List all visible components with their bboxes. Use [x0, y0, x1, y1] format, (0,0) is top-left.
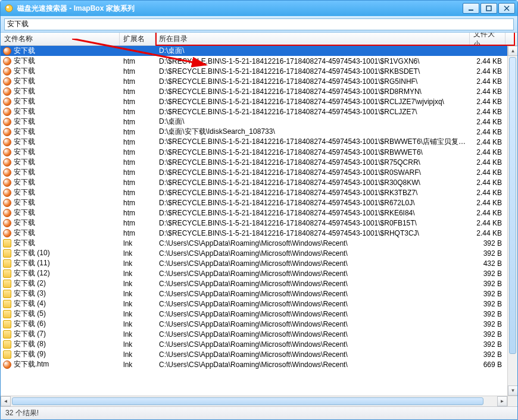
table-row[interactable]: 安下载D:\桌面\20	[1, 46, 517, 56]
table-row[interactable]: 安下载htmD:\$RECYCLE.BIN\S-1-5-21-18412216-…	[1, 228, 517, 238]
horizontal-scrollbar[interactable]: ◄ ►	[1, 396, 507, 406]
html-file-icon	[3, 229, 11, 237]
file-size: 392 B	[470, 330, 505, 338]
table-row[interactable]: 安下载lnkC:\Users\CS\AppData\Roaming\Micros…	[1, 238, 517, 248]
table-row[interactable]: 安下载htmD:\$RECYCLE.BIN\S-1-5-21-18412216-…	[1, 76, 517, 86]
maximize-button[interactable]	[480, 3, 497, 14]
file-name: 安下载 (9)	[14, 349, 46, 359]
table-row[interactable]: 安下载htmD:\桌面\2.44 KB20	[1, 117, 517, 127]
table-row[interactable]: 安下载htmD:\$RECYCLE.BIN\S-1-5-21-18412216-…	[1, 66, 517, 76]
close-button[interactable]	[498, 3, 515, 14]
file-ext: lnk	[120, 350, 155, 359]
table-row[interactable]: 安下载htmD:\$RECYCLE.BIN\S-1-5-21-18412216-…	[1, 86, 517, 96]
table-row[interactable]: 安下载htmD:\$RECYCLE.BIN\S-1-5-21-18412216-…	[1, 147, 517, 157]
table-row[interactable]: 安下载 (11)lnkC:\Users\CS\AppData\Roaming\M…	[1, 258, 517, 268]
file-size: 392 B	[470, 249, 505, 258]
file-size: 2.44 KB	[470, 178, 505, 187]
folder-icon	[3, 239, 11, 247]
file-name: 安下载	[14, 86, 35, 96]
file-size: 392 B	[470, 239, 505, 247]
file-size: 2.44 KB	[470, 219, 505, 227]
table-row[interactable]: 安下载 (3)lnkC:\Users\CS\AppData\Roaming\Mi…	[1, 289, 517, 299]
table-row[interactable]: 安下载htmD:\$RECYCLE.BIN\S-1-5-21-18412216-…	[1, 106, 517, 117]
header-directory[interactable]: 所在目录	[155, 33, 470, 45]
file-dir: C:\Users\CS\AppData\Roaming\Microsoft\Wi…	[155, 330, 470, 338]
table-row[interactable]: 安下载 (2)lnkC:\Users\CS\AppData\Roaming\Mi…	[1, 278, 517, 289]
table-row[interactable]: 安下载htmD:\桌面\安下载\IdiskSearch_108733\2.44 …	[1, 127, 517, 137]
table-row[interactable]: 安下载 (4)lnkC:\Users\CS\AppData\Roaming\Mi…	[1, 299, 517, 309]
html-file-icon	[3, 98, 11, 106]
table-row[interactable]: 安下载 (9)lnkC:\Users\CS\AppData\Roaming\Mi…	[1, 349, 517, 359]
header-date[interactable]	[505, 33, 517, 45]
header-extension[interactable]: 扩展名	[120, 33, 155, 45]
header-filesize[interactable]: 文件大小	[470, 33, 505, 45]
vertical-scroll-thumb[interactable]	[509, 57, 516, 354]
table-row[interactable]: 安下载htmD:\$RECYCLE.BIN\S-1-5-21-18412216-…	[1, 56, 517, 66]
status-text: 32 个结果!	[5, 408, 39, 418]
folder-icon	[3, 300, 11, 308]
file-dir: D:\$RECYCLE.BIN\S-1-5-21-18412216-171840…	[155, 108, 470, 116]
file-dir: D:\桌面\	[155, 46, 470, 56]
file-dir: D:\$RECYCLE.BIN\S-1-5-21-18412216-171840…	[155, 158, 470, 167]
file-ext: lnk	[120, 310, 155, 318]
file-name: 安下载	[14, 117, 35, 127]
table-row[interactable]: 安下载 (12)lnkC:\Users\CS\AppData\Roaming\M…	[1, 268, 517, 278]
file-name: 安下载 (4)	[14, 299, 46, 309]
file-name: 安下载 (12)	[14, 268, 50, 278]
file-dir: D:\$RECYCLE.BIN\S-1-5-21-18412216-171840…	[155, 229, 470, 237]
table-row[interactable]: 安下载 (7)lnkC:\Users\CS\AppData\Roaming\Mi…	[1, 329, 517, 339]
minimize-button[interactable]	[463, 3, 479, 14]
file-dir: C:\Users\CS\AppData\Roaming\Microsoft\Wi…	[155, 340, 470, 349]
file-name: 安下载 (8)	[14, 339, 46, 349]
scroll-left-button[interactable]: ◄	[1, 396, 11, 406]
titlebar[interactable]: 磁盘光速搜索器 - ImapBox 家族系列	[1, 1, 517, 16]
file-dir: C:\Users\CS\AppData\Roaming\Microsoft\Wi…	[155, 300, 470, 308]
file-name: 安下载	[14, 76, 35, 86]
scroll-right-button[interactable]: ►	[497, 396, 507, 406]
scroll-down-button[interactable]: ▼	[508, 385, 517, 396]
file-size: 2.44 KB	[470, 168, 505, 177]
table-row[interactable]: 安下载htmD:\$RECYCLE.BIN\S-1-5-21-18412216-…	[1, 96, 517, 106]
table-row[interactable]: 安下载 (6)lnkC:\Users\CS\AppData\Roaming\Mi…	[1, 319, 517, 329]
table-row[interactable]: 安下载 (10)lnkC:\Users\CS\AppData\Roaming\M…	[1, 248, 517, 258]
file-name: 安下载 (11)	[14, 258, 50, 268]
header-filename[interactable]: 文件名称	[1, 33, 120, 45]
table-row[interactable]: 安下载htmD:\$RECYCLE.BIN\S-1-5-21-18412216-…	[1, 157, 517, 167]
file-ext: lnk	[120, 249, 155, 258]
table-row[interactable]: 安下载htmD:\$RECYCLE.BIN\S-1-5-21-18412216-…	[1, 177, 517, 187]
file-dir: D:\$RECYCLE.BIN\S-1-5-21-18412216-171840…	[155, 199, 470, 207]
table-row[interactable]: 安下载htmD:\$RECYCLE.BIN\S-1-5-21-18412216-…	[1, 167, 517, 177]
html-file-icon	[3, 158, 11, 167]
file-ext: htm	[120, 138, 155, 146]
table-row[interactable]: 安下载 (5)lnkC:\Users\CS\AppData\Roaming\Mi…	[1, 309, 517, 319]
file-size: 2.44 KB	[470, 57, 505, 65]
file-dir: D:\$RECYCLE.BIN\S-1-5-21-18412216-171840…	[155, 178, 470, 187]
html-file-icon	[3, 361, 11, 369]
table-row[interactable]: 安下载htmD:\$RECYCLE.BIN\S-1-5-21-18412216-…	[1, 137, 517, 147]
file-size: 2.44 KB	[470, 108, 505, 116]
search-toolbar	[1, 16, 517, 33]
horizontal-scroll-thumb[interactable]	[12, 397, 483, 405]
file-size: 669 B	[470, 361, 505, 369]
file-name: 安下载	[14, 167, 35, 177]
html-file-icon	[3, 128, 11, 136]
file-name: 安下载	[14, 198, 35, 208]
file-name: 安下载	[14, 137, 35, 147]
table-row[interactable]: 安下载htmD:\$RECYCLE.BIN\S-1-5-21-18412216-…	[1, 187, 517, 198]
vertical-scrollbar[interactable]: ▲ ▼	[507, 46, 517, 396]
table-row[interactable]: 安下载 (8)lnkC:\Users\CS\AppData\Roaming\Mi…	[1, 339, 517, 349]
search-input[interactable]	[4, 18, 514, 30]
table-row[interactable]: 安下载htmD:\$RECYCLE.BIN\S-1-5-21-18412216-…	[1, 198, 517, 208]
file-ext: htm	[120, 77, 155, 86]
scroll-up-button[interactable]: ▲	[508, 46, 517, 56]
file-name: 安下载	[14, 127, 35, 137]
file-ext: htm	[120, 168, 155, 177]
table-row[interactable]: 安下载.htmlnkC:\Users\CS\AppData\Roaming\Mi…	[1, 359, 517, 369]
file-dir: C:\Users\CS\AppData\Roaming\Microsoft\Wi…	[155, 361, 470, 369]
file-size: 2.44 KB	[470, 118, 505, 126]
table-row[interactable]: 安下载htmD:\$RECYCLE.BIN\S-1-5-21-18412216-…	[1, 218, 517, 228]
file-ext: lnk	[120, 300, 155, 308]
file-size: 2.44 KB	[470, 229, 505, 237]
table-row[interactable]: 安下载htmD:\$RECYCLE.BIN\S-1-5-21-18412216-…	[1, 208, 517, 218]
html-file-icon	[3, 118, 11, 126]
